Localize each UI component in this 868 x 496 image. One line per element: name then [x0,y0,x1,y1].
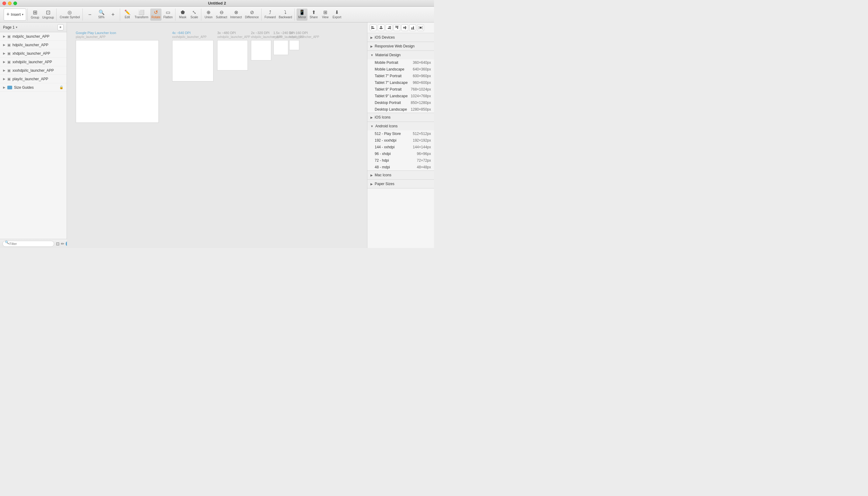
layer-item[interactable]: ▶ ▣ xxxhdpi/ic_launcher_APP [0,66,66,75]
view-button[interactable]: ⊞ View [320,9,331,21]
panel-section-header[interactable]: ▼ Android Icons [367,122,434,130]
share-button[interactable]: ⬆ Share [308,9,319,21]
ungroup-button[interactable]: ⊡ Ungroup [41,9,55,21]
zoom-plus-button[interactable]: + [108,9,119,21]
align-center-h-button[interactable] [378,24,384,31]
create-symbol-label: Create Symbol [60,16,80,19]
fullscreen-button[interactable] [13,1,17,5]
edit-icon-button[interactable]: ✏ [61,241,64,246]
panel-row[interactable]: 96 - xhdpi 96×96px [367,151,434,157]
panel-section: ▶ Responsive Web Design [367,42,434,51]
panel-row-value: 144×144px [413,145,431,149]
page-selector[interactable]: Page 1 ▾ [3,25,17,30]
mask-button[interactable]: ⬟ Mask [177,9,188,21]
align-middle-button[interactable] [401,24,408,31]
layer-item[interactable]: ▶ ▣ xxhdpi/ic_launcher_APP [0,58,66,66]
layer-item[interactable]: ▶ Size Guides 🔒 [0,83,66,92]
panel-row-label: Tablet 7" Landscape [375,80,408,85]
boolean-ops-group: ⊕ Union ⊖ Subtract ⊗ Intersect ⊘ Differe… [202,9,261,21]
panel-row[interactable]: 192 - xxxhdpi 192×192px [367,137,434,144]
rotate-button[interactable]: ↺ Rotate [150,9,162,21]
panel-row[interactable]: Mobile Landscape 640×360px [367,66,434,73]
union-button[interactable]: ⊕ Union [203,9,214,21]
panel-row[interactable]: Mobile Portrait 360×640px [367,59,434,66]
panel-row[interactable]: 48 - mdpi 48×48px [367,164,434,170]
scale-button[interactable]: ⤡ Scale [189,9,200,21]
artboard-frame[interactable] [273,40,288,55]
panel-row[interactable]: 512 - Play Store 512×512px [367,130,434,137]
panel-row[interactable]: Tablet 7" Landscape 960×600px [367,79,434,86]
align-left-button[interactable] [370,24,377,31]
panel-row[interactable]: Desktop Landscape 1280×850px [367,106,434,113]
sidebar-menu-button[interactable]: ≡ [58,24,64,30]
panel-section-header[interactable]: ▶ Responsive Web Design [367,42,434,50]
panel-row-value: 960×600px [413,80,431,85]
panel-row-label: Tablet 9" Landscape [375,94,408,98]
artboard-label: 3x −480 DPI [217,31,236,35]
mask-icon: ⬟ [181,10,185,15]
layer-item[interactable]: ▶ ▣ play/ic_launcher_APP [0,75,66,83]
edit-button[interactable]: ✏️ Edit [122,9,133,21]
subtract-button[interactable]: ⊖ Subtract [215,9,228,21]
align-top-button[interactable] [394,24,400,31]
forward-button[interactable]: ⤴ Forward [263,9,277,21]
insert-button[interactable]: + Insert ▾ [4,9,26,21]
zoom-icon: 🔍 [98,10,105,15]
scale-icon: ⤡ [192,10,196,15]
section-triangle-icon: ▶ [370,116,373,119]
svg-rect-10 [397,26,398,29]
layer-list: ▶ ▣ mdpi/ic_launcher_APP ▶ ▣ hdpi/ic_lau… [0,32,66,239]
layer-item[interactable]: ▶ ▣ hdpi/ic_launcher_APP [0,41,66,49]
panel-section-header[interactable]: ▶ iOS Devices [367,33,434,42]
panel-section-header[interactable]: ▶ Mac Icons [367,171,434,179]
panel-row[interactable]: Tablet 9" Portrait 768×1024px [367,86,434,93]
close-button[interactable] [2,1,6,5]
create-symbol-button[interactable]: ◎ Create Symbol [58,9,81,21]
svg-rect-7 [388,28,391,29]
panel-row[interactable]: 144 - xxhdpi 144×144px [367,144,434,151]
filter-input[interactable] [2,241,54,247]
backward-button[interactable]: ⤵ Backward [277,9,293,21]
lock-icon: 🔒 [59,86,64,89]
panel-row[interactable]: Tablet 9" Landscape 1024×768px [367,93,434,99]
artboard-frame[interactable] [172,40,213,81]
transform-button[interactable]: ⬜ Transform [134,9,150,21]
zoom-minus-button[interactable]: − [85,9,95,21]
layer-collapsed-icon: ▶ [3,43,5,46]
export-button[interactable]: ⬇ Export [331,9,342,21]
intersect-label: Intersect [230,16,242,19]
svg-rect-9 [396,26,397,28]
panel-section-header[interactable]: ▼ Material Design [367,51,434,59]
panel-section-header[interactable]: ▶ iOS Icons [367,113,434,122]
panel-section: ▼ Android Icons 512 - Play Store 512×512… [367,122,434,171]
mirror-button[interactable]: 📱 Mirror [296,9,307,21]
ungroup-label: Ungroup [42,16,54,19]
artboard-frame[interactable] [251,40,271,61]
zoom-value-button[interactable]: 🔍 58% [96,9,107,21]
panel-row[interactable]: Tablet 7" Portrait 600×960px [367,73,434,79]
align-bottom-button[interactable] [409,24,416,31]
panel-row-label: Mobile Landscape [375,67,404,72]
canvas-area[interactable]: Google Play Launcher Iconplay/ic_launche… [67,22,367,248]
align-right-button[interactable] [386,24,392,31]
share-icon: ⬆ [312,10,316,15]
distribute-button[interactable] [417,24,424,31]
layer-item[interactable]: ▶ ▣ mdpi/ic_launcher_APP [0,32,66,41]
artboard-frame[interactable] [76,40,159,123]
svg-rect-19 [422,26,423,30]
panel-row[interactable]: Desktop Portrait 850×1280px [367,99,434,106]
flatten-button[interactable]: ▭ Flatten [162,9,174,21]
difference-button[interactable]: ⊘ Difference [244,9,260,21]
layer-item[interactable]: ▶ ▣ xhdpi/ic_launcher_APP [0,49,66,58]
minimize-button[interactable] [8,1,12,5]
panel-section-header[interactable]: ▶ Paper Sizes [367,180,434,188]
component-icon-button[interactable]: ⊡ [56,241,60,246]
intersect-button[interactable]: ⊗ Intersect [229,9,243,21]
panel-section: ▶ iOS Icons [367,113,434,122]
group-button[interactable]: ⊞ Group [30,9,41,21]
artboard-frame[interactable] [217,40,248,71]
artboard-frame[interactable] [289,40,299,50]
panel-row[interactable]: 72 - hdpi 72×72px [367,157,434,164]
page-dropdown-icon: ▾ [16,26,17,29]
backward-icon: ⤵ [284,10,287,15]
